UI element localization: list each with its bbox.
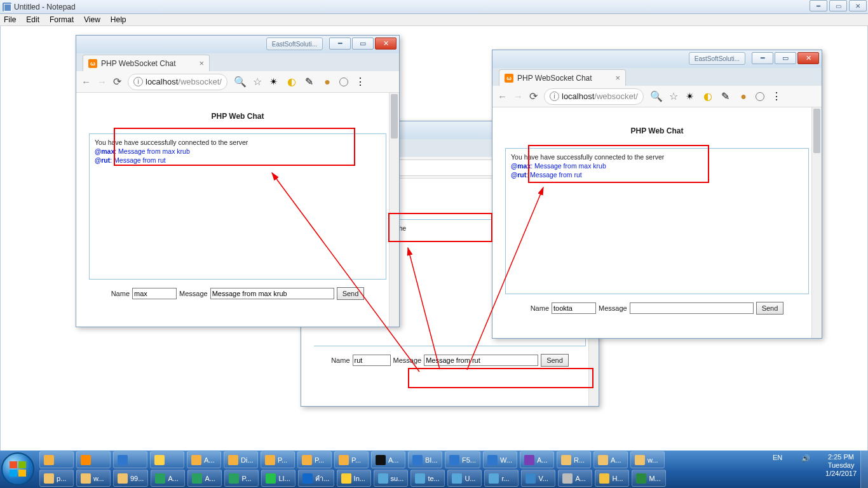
taskbar-item[interactable]: w... <box>630 451 665 468</box>
taskbar-item-icon <box>599 473 609 484</box>
taskbar-item-label: W... <box>500 456 512 464</box>
taskbar-item-icon <box>229 473 239 484</box>
taskbar-item-label: คำ... <box>315 473 329 484</box>
taskbar-item[interactable]: A... <box>371 451 405 468</box>
language-indicator[interactable]: EN <box>773 454 782 461</box>
taskbar-item[interactable]: p... <box>39 470 74 487</box>
taskbar-item-label: F5... <box>462 456 476 464</box>
taskbar-item[interactable] <box>76 451 111 468</box>
taskbar[interactable]: A...Di...P...P...P...A...BI...F5...W...A… <box>0 451 868 488</box>
annotation-arrows <box>0 0 868 488</box>
taskbar-item-icon <box>302 473 313 484</box>
taskbar-item-icon <box>192 473 202 484</box>
taskbar-item-icon <box>561 455 571 465</box>
taskbar-item-label: w... <box>93 475 104 482</box>
taskbar-item-label: r... <box>501 475 509 482</box>
clock-time: 2:25 PM <box>825 453 857 461</box>
taskbar-item[interactable]: A... <box>520 451 554 468</box>
taskbar-item-icon <box>415 473 425 484</box>
taskbar-item[interactable]: A... <box>558 470 592 487</box>
taskbar-item[interactable]: H... <box>595 470 629 487</box>
taskbar-item[interactable]: U... <box>447 470 482 487</box>
system-tray[interactable]: EN 🔊 2:25 PM Tuesday 1/24/2017 <box>760 451 868 488</box>
taskbar-item-icon <box>154 455 165 465</box>
taskbar-item-icon <box>635 455 645 465</box>
taskbar-item-icon <box>562 473 573 484</box>
taskbar-item[interactable]: 99... <box>113 470 148 487</box>
taskbar-item-label: 99... <box>130 475 144 482</box>
taskbar-item-icon <box>155 473 165 484</box>
taskbar-item-icon <box>598 455 608 465</box>
taskbar-item[interactable]: A... <box>151 470 185 487</box>
taskbar-item-label: A... <box>611 456 621 464</box>
taskbar-item-icon <box>487 455 498 465</box>
clock[interactable]: 2:25 PM Tuesday 1/24/2017 <box>825 453 857 478</box>
taskbar-item-icon <box>339 455 349 465</box>
volume-icon[interactable]: 🔊 <box>801 454 810 463</box>
taskbar-item[interactable] <box>113 451 147 468</box>
taskbar-item[interactable]: F5... <box>445 451 480 468</box>
show-desktop-button[interactable] <box>860 451 868 488</box>
taskbar-item-icon <box>526 473 536 484</box>
taskbar-item-label: LI... <box>278 475 290 482</box>
taskbar-item-icon <box>376 455 386 465</box>
taskbar-item-label: A... <box>575 475 586 482</box>
taskbar-item[interactable]: P... <box>334 451 369 468</box>
taskbar-item[interactable]: A... <box>187 451 221 468</box>
taskbar-item[interactable]: te... <box>410 470 445 487</box>
taskbar-item-icon <box>341 473 351 484</box>
taskbar-item[interactable]: P... <box>261 451 295 468</box>
taskbar-item[interactable]: P... <box>224 470 259 487</box>
taskbar-item-icon <box>81 473 91 484</box>
taskbar-item[interactable]: LI... <box>261 470 295 487</box>
taskbar-item-icon <box>412 455 423 465</box>
taskbar-item-label: P... <box>241 475 251 482</box>
taskbar-item-label: te... <box>428 475 439 482</box>
taskbar-item[interactable]: In... <box>337 470 371 487</box>
taskbar-item[interactable]: V... <box>521 470 555 487</box>
taskbar-item-label: M... <box>649 475 660 482</box>
svg-line-1 <box>408 248 440 369</box>
taskbar-item-icon <box>118 473 128 484</box>
taskbar-item-label: P... <box>315 456 324 464</box>
taskbar-item-label: Di... <box>241 456 254 464</box>
taskbar-item-icon <box>378 473 388 484</box>
taskbar-item[interactable] <box>150 451 184 468</box>
taskbar-item[interactable]: A... <box>593 451 628 468</box>
taskbar-item-icon <box>44 455 54 465</box>
taskbar-item-label: H... <box>612 475 623 482</box>
taskbar-item-label: p... <box>57 475 66 482</box>
taskbar-item-icon <box>266 473 276 484</box>
taskbar-item-label: P... <box>278 456 287 464</box>
taskbar-item-icon <box>228 455 238 465</box>
taskbar-item-icon <box>449 455 459 465</box>
taskbar-item[interactable]: BI... <box>408 451 442 468</box>
clock-date: 1/24/2017 <box>825 470 857 478</box>
taskbar-item-label: A... <box>168 475 179 482</box>
taskbar-row-1: A...Di...P...P...P...A...BI...F5...W...A… <box>39 451 665 469</box>
taskbar-item[interactable]: W... <box>483 451 517 468</box>
taskbar-item-label: A... <box>388 456 399 464</box>
taskbar-item[interactable]: A... <box>187 470 222 487</box>
taskbar-item[interactable]: P... <box>297 451 332 468</box>
taskbar-item-label: A... <box>204 456 215 464</box>
taskbar-item-label: P... <box>351 456 361 464</box>
svg-line-2 <box>467 187 543 370</box>
taskbar-row-2: p...w...99...A...A...P...LI...คำ...In...… <box>39 470 666 487</box>
taskbar-item-label: su... <box>391 475 404 482</box>
taskbar-item-icon <box>265 455 275 465</box>
taskbar-item[interactable]: M... <box>632 470 666 487</box>
svg-line-0 <box>272 173 419 372</box>
taskbar-item-icon <box>302 455 312 465</box>
taskbar-item[interactable]: su... <box>374 470 409 487</box>
taskbar-item[interactable]: คำ... <box>298 470 334 487</box>
taskbar-item[interactable] <box>39 451 74 468</box>
taskbar-item-label: BI... <box>425 456 438 464</box>
taskbar-item-icon <box>118 455 128 465</box>
taskbar-item[interactable]: R... <box>557 451 591 468</box>
clock-day: Tuesday <box>825 461 857 470</box>
taskbar-item[interactable]: w... <box>76 470 111 487</box>
taskbar-item-label: A... <box>205 475 215 482</box>
taskbar-item[interactable]: Di... <box>224 451 258 468</box>
taskbar-item[interactable]: r... <box>484 470 519 487</box>
